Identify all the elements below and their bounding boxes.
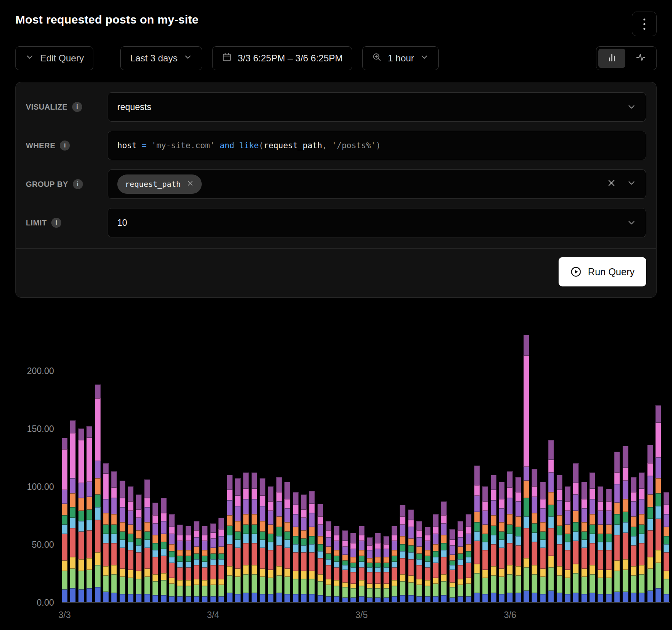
stacked-bar[interactable] bbox=[342, 530, 348, 602]
stacked-bar[interactable] bbox=[449, 529, 455, 602]
stacked-bar[interactable] bbox=[540, 482, 546, 602]
stacked-bar[interactable] bbox=[664, 492, 669, 602]
stacked-bar[interactable] bbox=[334, 526, 339, 602]
remove-chip-icon[interactable] bbox=[186, 180, 194, 189]
line-chart-toggle[interactable] bbox=[627, 49, 654, 68]
stacked-bar[interactable] bbox=[186, 526, 191, 602]
stacked-bar[interactable] bbox=[623, 446, 628, 602]
stacked-bar[interactable] bbox=[507, 471, 513, 602]
stacked-bar[interactable] bbox=[227, 475, 233, 602]
stacked-bar[interactable] bbox=[548, 440, 554, 602]
stacked-bar[interactable] bbox=[655, 405, 661, 602]
stacked-bar[interactable] bbox=[111, 471, 117, 602]
stacked-bar[interactable] bbox=[375, 533, 381, 602]
stacked-bar[interactable] bbox=[573, 463, 579, 602]
stacked-bar[interactable] bbox=[458, 521, 463, 602]
run-query-button[interactable]: Run Query bbox=[559, 257, 646, 286]
edit-query-button[interactable]: Edit Query bbox=[15, 46, 93, 70]
info-icon[interactable]: i bbox=[51, 218, 61, 228]
stacked-bar[interactable] bbox=[120, 481, 125, 602]
stacked-bar[interactable] bbox=[243, 472, 249, 602]
stacked-bar[interactable] bbox=[136, 495, 142, 602]
info-icon[interactable]: i bbox=[60, 141, 70, 151]
stacked-bar[interactable] bbox=[441, 501, 447, 602]
stacked-bar[interactable] bbox=[614, 452, 620, 602]
bar-segment-series-dark-purple bbox=[449, 529, 455, 540]
stacked-bar[interactable] bbox=[161, 498, 167, 602]
stacked-bar[interactable] bbox=[392, 526, 397, 602]
stacked-bar[interactable] bbox=[557, 475, 562, 602]
stacked-bar[interactable] bbox=[78, 428, 84, 602]
stacked-bar[interactable] bbox=[606, 489, 612, 602]
stacked-bar[interactable] bbox=[647, 445, 653, 602]
stacked-bar[interactable] bbox=[359, 526, 365, 602]
limit-select[interactable]: 10 bbox=[108, 208, 646, 237]
stacked-bar[interactable] bbox=[284, 482, 290, 602]
stacked-bar[interactable] bbox=[326, 521, 331, 602]
stacked-bar[interactable] bbox=[383, 536, 389, 602]
stacked-bar[interactable] bbox=[425, 527, 431, 602]
stacked-bar[interactable] bbox=[70, 420, 76, 602]
bar-segment-series-green bbox=[515, 527, 521, 536]
info-icon[interactable]: i bbox=[72, 102, 82, 112]
group-by-select[interactable]: request_path bbox=[108, 169, 646, 199]
stacked-bar[interactable] bbox=[491, 475, 496, 602]
granularity-dropdown[interactable]: 1 hour bbox=[362, 46, 439, 70]
more-options-button[interactable] bbox=[632, 12, 657, 36]
stacked-bar[interactable] bbox=[252, 472, 257, 602]
stacked-bar[interactable] bbox=[202, 526, 208, 602]
stacked-bar[interactable] bbox=[218, 518, 224, 602]
clear-group-by-icon[interactable] bbox=[606, 178, 616, 190]
stacked-bar[interactable] bbox=[144, 479, 150, 602]
stacked-bar[interactable] bbox=[523, 335, 529, 602]
stacked-bar[interactable] bbox=[433, 514, 439, 602]
date-range-button[interactable]: 3/3 6:25PM – 3/6 6:25PM bbox=[212, 46, 352, 70]
stacked-bar[interactable] bbox=[408, 510, 414, 602]
stacked-bar[interactable] bbox=[639, 472, 645, 602]
stacked-bar[interactable] bbox=[301, 495, 307, 602]
stacked-bar[interactable] bbox=[598, 486, 603, 602]
bar-segment-series-red bbox=[359, 567, 365, 580]
stacked-bar[interactable] bbox=[128, 486, 133, 602]
visualize-select[interactable]: requests bbox=[108, 92, 646, 122]
stacked-bar[interactable] bbox=[86, 426, 92, 602]
time-range-dropdown[interactable]: Last 3 days bbox=[120, 46, 202, 70]
bar-segment-series-purple bbox=[334, 541, 339, 550]
bar-segment-series-blue bbox=[252, 593, 257, 602]
stacked-bar[interactable] bbox=[416, 521, 422, 602]
stacked-bar[interactable] bbox=[482, 486, 488, 602]
stacked-bar[interactable] bbox=[532, 469, 537, 602]
group-by-chip[interactable]: request_path bbox=[117, 174, 202, 194]
stacked-bar[interactable] bbox=[152, 503, 158, 602]
info-icon[interactable]: i bbox=[73, 179, 83, 189]
where-input[interactable]: host = 'my-site.com' and like(request_pa… bbox=[108, 131, 646, 160]
stacked-bar[interactable] bbox=[565, 486, 571, 602]
stacked-bar[interactable] bbox=[95, 384, 101, 602]
bar-chart-toggle[interactable] bbox=[598, 49, 625, 68]
stacked-bar[interactable] bbox=[317, 504, 323, 602]
stacked-bar[interactable] bbox=[309, 491, 315, 602]
stacked-bar[interactable] bbox=[581, 482, 587, 602]
bar-segment-series-light-green bbox=[252, 574, 257, 593]
bar-segment-series-pink bbox=[62, 449, 68, 490]
stacked-bar[interactable] bbox=[276, 477, 282, 602]
stacked-bar[interactable] bbox=[499, 482, 505, 602]
stacked-bar[interactable] bbox=[62, 438, 68, 602]
stacked-bar[interactable] bbox=[260, 478, 265, 602]
stacked-bar[interactable] bbox=[350, 533, 356, 602]
stacked-bar[interactable] bbox=[589, 472, 595, 602]
stacked-bar[interactable] bbox=[194, 521, 199, 602]
stacked-bar[interactable] bbox=[400, 505, 405, 602]
stacked-bar[interactable] bbox=[177, 525, 183, 602]
stacked-bar[interactable] bbox=[235, 478, 241, 602]
stacked-bar[interactable] bbox=[515, 477, 521, 602]
stacked-bar[interactable] bbox=[268, 486, 274, 602]
stacked-bar[interactable] bbox=[293, 492, 299, 602]
stacked-bar[interactable] bbox=[367, 537, 373, 602]
stacked-bar[interactable] bbox=[631, 477, 637, 602]
stacked-bar[interactable] bbox=[466, 514, 471, 602]
stacked-bar[interactable] bbox=[474, 466, 480, 602]
stacked-bar[interactable] bbox=[210, 523, 216, 602]
stacked-bar[interactable] bbox=[169, 514, 175, 602]
stacked-bar[interactable] bbox=[103, 463, 109, 602]
